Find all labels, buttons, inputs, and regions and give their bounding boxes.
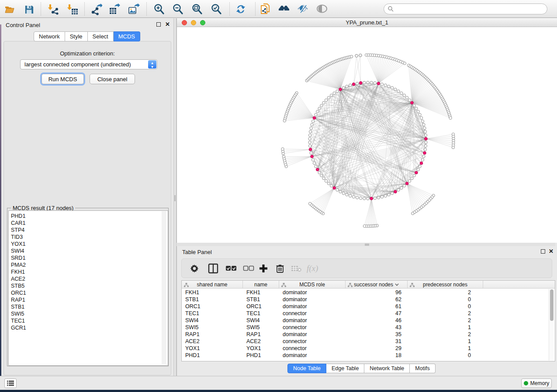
table-row[interactable]: ACE2ACE2connector311 (182, 338, 555, 345)
mcds-result-item[interactable]: STB5 (9, 282, 168, 289)
network-edge[interactable] (407, 183, 434, 196)
network-node[interactable] (411, 177, 413, 179)
run-mcds-button[interactable]: Run MCDS (42, 74, 84, 84)
gear-icon[interactable] (190, 263, 199, 274)
network-node[interactable] (311, 158, 314, 161)
network-node[interactable] (424, 144, 427, 147)
network-edge[interactable] (426, 137, 453, 139)
network-node[interactable] (384, 84, 387, 86)
network-node[interactable] (282, 155, 285, 158)
network-node[interactable] (417, 168, 419, 171)
splitter-handle[interactable] (365, 244, 369, 246)
network-edge[interactable] (371, 199, 377, 226)
network-edge[interactable] (340, 57, 350, 89)
table-row[interactable]: YOX1YOX1connector291 (182, 345, 555, 352)
network-edge[interactable] (407, 183, 432, 197)
network-node[interactable] (308, 202, 311, 205)
network-node[interactable] (308, 144, 311, 147)
network-node[interactable] (381, 196, 383, 198)
network-node[interactable] (315, 113, 317, 116)
network-node[interactable] (346, 193, 348, 196)
network-edge[interactable] (407, 183, 413, 213)
network-node[interactable] (308, 134, 311, 137)
mcds-result-item[interactable]: TEC1 (9, 317, 168, 324)
network-node[interactable] (425, 141, 427, 144)
table-row[interactable]: FKH1FKH1dominator962 (182, 289, 555, 296)
memory-button[interactable]: Memory (521, 378, 552, 388)
network-hub-node[interactable] (425, 138, 428, 141)
network-edge[interactable] (340, 57, 348, 89)
zoom-in-icon[interactable] (153, 3, 165, 15)
network-node[interactable] (316, 110, 319, 113)
mcds-list-scrollbar[interactable] (162, 211, 166, 364)
close-panel-button[interactable]: Close panel (90, 74, 135, 84)
network-node[interactable] (394, 88, 397, 91)
network-node[interactable] (339, 190, 342, 193)
network-node[interactable] (415, 107, 418, 110)
network-node[interactable] (417, 110, 419, 113)
network-edge[interactable] (360, 55, 361, 83)
network-edge[interactable] (292, 101, 315, 118)
horizontal-splitter[interactable] (176, 243, 555, 246)
float-panel-icon[interactable] (541, 249, 545, 254)
network-hub-node[interactable] (411, 101, 414, 104)
network-node[interactable] (359, 197, 362, 199)
network-node[interactable] (336, 189, 339, 191)
network-edge[interactable] (320, 188, 335, 212)
deselect-all-icon[interactable] (243, 263, 254, 274)
network-edge[interactable] (293, 99, 315, 118)
table-scrollbar[interactable] (549, 289, 554, 361)
network-node[interactable] (377, 196, 380, 199)
table-row[interactable]: SWI5SWI5connector431 (182, 324, 555, 331)
network-node[interactable] (346, 85, 348, 88)
zoom-selected-icon[interactable] (210, 3, 222, 15)
mcds-result-item[interactable]: SRD1 (9, 254, 168, 261)
network-hub-node[interactable] (309, 148, 312, 151)
network-edge[interactable] (407, 183, 420, 209)
network-edge[interactable] (318, 71, 340, 89)
network-node[interactable] (327, 96, 330, 99)
tab-edge-table[interactable]: Edge Table (326, 364, 364, 373)
network-node[interactable] (413, 104, 415, 107)
mcds-result-item[interactable]: STB1 (9, 303, 168, 310)
network-edge[interactable] (309, 78, 340, 89)
network-hub-node[interactable] (394, 190, 397, 193)
open-folder-icon[interactable] (3, 3, 16, 15)
network-edge[interactable] (407, 183, 429, 200)
tab-style[interactable]: Style (65, 31, 88, 41)
minimize-window-icon[interactable] (191, 20, 196, 25)
network-edge[interactable] (322, 188, 334, 213)
network-edge[interactable] (412, 71, 418, 103)
network-edge[interactable] (378, 62, 401, 83)
delete-column-icon[interactable] (275, 263, 285, 274)
mcds-result-item[interactable]: TID3 (9, 234, 168, 241)
network-node[interactable] (403, 94, 405, 96)
network-edge[interactable] (296, 94, 315, 118)
network-node[interactable] (381, 83, 383, 86)
mcds-result-item[interactable]: FKH1 (9, 268, 168, 275)
network-edge[interactable] (426, 139, 453, 143)
network-edge[interactable] (314, 74, 341, 89)
tab-network[interactable]: Network (34, 31, 65, 41)
network-node[interactable] (424, 148, 426, 151)
column-header-name[interactable]: name (243, 281, 279, 289)
network-edge[interactable] (283, 149, 310, 153)
network-node[interactable] (363, 81, 366, 84)
network-node[interactable] (403, 184, 405, 187)
refresh-icon[interactable] (235, 3, 247, 15)
scrollbar-thumb[interactable] (550, 289, 554, 321)
network-node[interactable] (310, 151, 312, 154)
column-header-MCDS-role[interactable]: MCDS role (279, 281, 346, 289)
mcds-result-item[interactable]: CAR1 (9, 220, 168, 227)
network-edge[interactable] (364, 199, 371, 226)
network-node[interactable] (421, 120, 424, 123)
network-node[interactable] (400, 92, 403, 94)
network-hub-node[interactable] (423, 151, 426, 155)
network-node[interactable] (359, 54, 362, 57)
network-node[interactable] (349, 195, 351, 197)
maximize-window-icon[interactable] (200, 20, 205, 25)
network-node[interactable] (421, 158, 424, 161)
network-node[interactable] (342, 86, 345, 89)
network-edge[interactable] (407, 183, 431, 199)
show-all-icon[interactable] (316, 3, 328, 15)
